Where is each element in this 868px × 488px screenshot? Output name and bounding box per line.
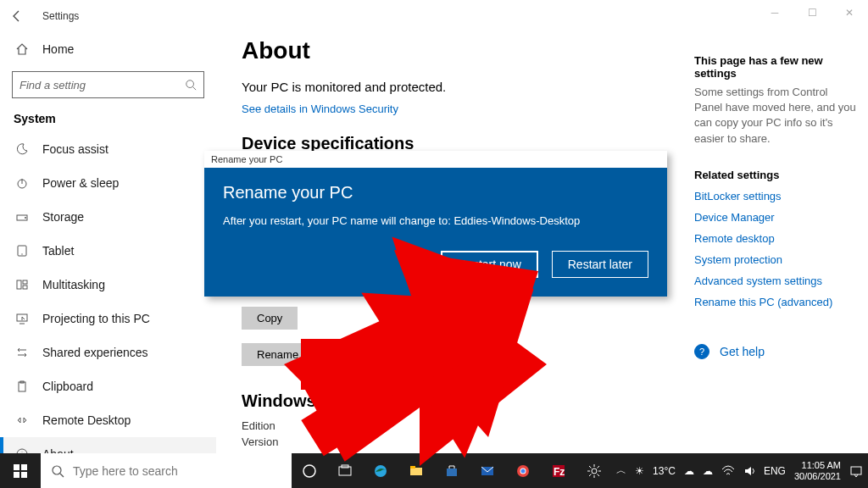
mail-icon[interactable] [470, 453, 505, 488]
svg-rect-23 [410, 466, 415, 469]
svg-rect-32 [851, 467, 861, 474]
protection-status: Your PC is monitored and protected. [242, 80, 669, 94]
shared-icon [14, 344, 31, 361]
sidebar-category: System [0, 105, 216, 132]
cortana-icon[interactable] [292, 453, 327, 488]
dialog-titlebar: Rename your PC [204, 151, 667, 168]
sidebar-item-clipboard[interactable]: Clipboard [0, 369, 216, 403]
sidebar-item-projecting[interactable]: Projecting to this PC [0, 302, 216, 336]
security-link[interactable]: See details in Windows Security [242, 103, 669, 115]
sidebar-item-label: Shared experiences [42, 346, 148, 359]
start-button[interactable] [0, 453, 41, 488]
svg-point-17 [53, 466, 61, 474]
clock[interactable]: 11:05 AM30/06/2021 [794, 460, 841, 481]
sidebar-item-power[interactable]: Power & sleep [0, 166, 216, 200]
remote-icon [14, 412, 31, 429]
dialog-message: After you restart, your PC name will cha… [223, 214, 648, 227]
project-icon [14, 310, 31, 327]
svg-rect-8 [23, 286, 27, 289]
svg-rect-24 [447, 469, 457, 476]
svg-point-28 [521, 469, 526, 473]
windows-spec-heading: Windows specifications [242, 391, 669, 411]
sidebar-item-focus[interactable]: Focus assist [0, 132, 216, 166]
moon-icon [14, 141, 31, 158]
sidebar-item-label: Clipboard [42, 380, 93, 393]
svg-rect-22 [410, 468, 422, 475]
link-rename-advanced[interactable]: Rename this PC (advanced) [694, 296, 858, 308]
temperature[interactable]: 13°C [653, 465, 676, 477]
svg-point-0 [186, 80, 194, 88]
minimize-button[interactable]: ─ [756, 0, 793, 25]
search-icon [51, 464, 64, 478]
window-title: Settings [42, 10, 79, 22]
sidebar-item-shared[interactable]: Shared experiences [0, 336, 216, 369]
sidebar-item-storage[interactable]: Storage [0, 200, 216, 234]
restart-now-button[interactable]: Restart now [441, 251, 538, 278]
sidebar-home[interactable]: Home [0, 32, 216, 66]
right-new-heading: This page has a few new settings [694, 54, 858, 80]
close-button[interactable]: ✕ [831, 0, 868, 25]
rename-pc-button[interactable]: Rename this PC [242, 343, 353, 366]
power-icon [14, 175, 31, 191]
svg-point-31 [592, 469, 597, 474]
taskview-icon[interactable] [327, 453, 363, 488]
filezilla-icon[interactable]: Fz [541, 453, 576, 488]
storage-icon [14, 208, 31, 225]
svg-point-5 [21, 253, 22, 254]
copy-button[interactable]: Copy [242, 307, 298, 330]
titlebar: Settings ─ ☐ ✕ [0, 0, 868, 32]
taskbar-apps: Fz [292, 453, 612, 488]
link-remote-desktop[interactable]: Remote desktop [694, 232, 858, 245]
system-tray: ︿ ☀ 13°C ☁ ☁ ENG 11:05 AM30/06/2021 [616, 460, 868, 481]
version-row: Version2 [242, 435, 669, 448]
edition-row: Edition [242, 419, 669, 432]
sidebar-item-label: Storage [42, 210, 84, 224]
chrome-icon[interactable] [505, 453, 541, 488]
weather-icon[interactable]: ☀ [635, 465, 644, 477]
get-help-link[interactable]: ?Get help [694, 344, 858, 359]
edge-icon[interactable] [363, 453, 398, 488]
link-system-protection[interactable]: System protection [694, 253, 858, 266]
sidebar-item-remote[interactable]: Remote Desktop [0, 403, 216, 437]
link-advanced-settings[interactable]: Advanced system settings [694, 274, 858, 287]
sidebar-home-label: Home [42, 42, 74, 56]
tray-chevron-icon[interactable]: ︿ [616, 463, 626, 478]
sidebar-item-label: Projecting to this PC [42, 312, 150, 325]
search-placeholder: Find a setting [19, 79, 86, 92]
page-title: About [242, 37, 669, 64]
rename-dialog: Rename your PC Rename your PC After you … [204, 151, 667, 297]
svg-rect-7 [23, 280, 27, 284]
dialog-title: Rename your PC [223, 183, 648, 202]
link-bitlocker[interactable]: BitLocker settings [694, 190, 858, 202]
settings-taskbar-icon[interactable] [576, 453, 612, 488]
tablet-icon [14, 242, 31, 259]
svg-rect-10 [19, 382, 25, 391]
link-device-manager[interactable]: Device Manager [694, 211, 858, 224]
right-new-sub: Some settings from Control Panel have mo… [694, 85, 858, 147]
svg-point-3 [25, 217, 26, 219]
home-icon [14, 41, 31, 58]
sidebar-item-label: Multitasking [42, 278, 105, 291]
onedrive-icon[interactable]: ☁ [684, 465, 694, 477]
volume-icon[interactable] [743, 465, 755, 477]
svg-text:Fz: Fz [554, 466, 565, 478]
search-input[interactable]: Find a setting [12, 71, 204, 98]
right-panel: This page has a few new settings Some se… [694, 32, 868, 453]
maximize-button[interactable]: ☐ [793, 0, 831, 25]
restart-later-button[interactable]: Restart later [552, 251, 648, 278]
svg-rect-6 [17, 280, 21, 289]
sidebar-item-tablet[interactable]: Tablet [0, 234, 216, 268]
sidebar-item-multitasking[interactable]: Multitasking [0, 268, 216, 302]
onedrive2-icon[interactable]: ☁ [703, 465, 713, 477]
related-heading: Related settings [694, 169, 858, 181]
sidebar-item-label: Power & sleep [42, 176, 119, 190]
back-button[interactable] [7, 6, 27, 26]
explorer-icon[interactable] [398, 453, 434, 488]
taskbar-search[interactable]: Type here to search [41, 453, 292, 488]
network-icon[interactable] [721, 465, 735, 477]
sidebar-item-label: Focus assist [42, 142, 108, 156]
language-indicator[interactable]: ENG [764, 465, 786, 477]
notifications-icon[interactable] [849, 464, 863, 478]
store-icon[interactable] [434, 453, 470, 488]
help-icon: ? [694, 344, 709, 359]
